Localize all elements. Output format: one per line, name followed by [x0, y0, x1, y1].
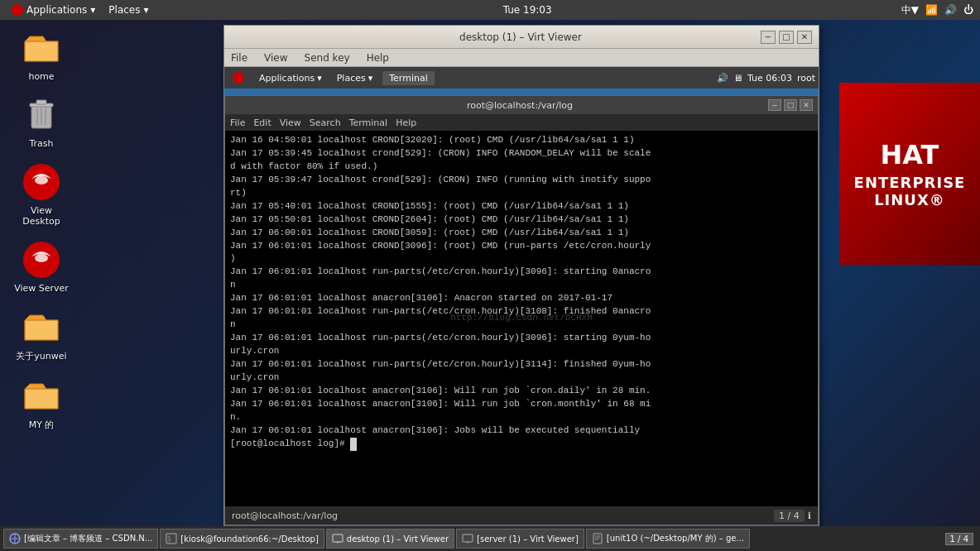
inner-places-btn[interactable]: Places ▾: [332, 71, 378, 85]
places-menu[interactable]: Places ▾: [103, 2, 153, 17]
term-line-10b: urly.cron: [230, 345, 813, 358]
term-line-7: Jan 17 06:01:01 localhost run-parts(/etc…: [230, 266, 813, 279]
desktop-icon-trash[interactable]: Trash: [8, 92, 74, 152]
vm-desktop-area: root@localhost:/var/log − □ ✕ File Edit …: [224, 89, 819, 550]
terminal-status-right: 1 / 4 ℹ: [774, 510, 811, 522]
desktop: Applications ▾ Places ▾ Tue 19:03 中▼ 📶 🔊…: [0, 0, 980, 551]
vm-content-area: Applications ▾ Places ▾ Terminal 🔊 🖥 Tue…: [224, 67, 819, 550]
terminal-maximize-btn[interactable]: □: [784, 99, 797, 111]
taskbar-item-server-label: [server (1) – Virt Viewer]: [477, 534, 579, 544]
virt-viewer-sendkey-menu[interactable]: Send key: [301, 50, 353, 65]
desktop-icons-container: home Trash: [8, 25, 74, 434]
svg-point-10: [35, 254, 48, 262]
term-line-6: Jan 17 06:01:01 localhost CROND[3096]: (…: [230, 240, 813, 253]
virt-viewer-maximize-btn[interactable]: □: [779, 31, 794, 44]
svg-rect-23: [593, 534, 602, 544]
terminal-content[interactable]: Jan 16 04:50:01 localhost CROND[32020]: …: [225, 131, 818, 506]
terminal-search-menu[interactable]: Search: [310, 117, 341, 128]
desktop-icon-view-desktop[interactable]: View Desktop: [8, 159, 74, 230]
applications-label: Applications: [26, 4, 87, 16]
svg-point-11: [233, 72, 244, 84]
taskbar-item-blog[interactable]: [编辑文章 – 博客频道 – CSDN.N...: [3, 529, 158, 549]
inner-taskbar-right: 🔊 🖥 Tue 06:03 root: [717, 73, 815, 84]
term-line-2: Jan 17 05:39:47 localhost crond[529]: (C…: [230, 174, 813, 187]
term-line-7b: n: [230, 279, 813, 292]
top-bar-datetime: Tue 19:03: [503, 4, 552, 16]
taskbar-item-virt-viewer[interactable]: desktop (1) – Virt Viewer: [326, 529, 454, 549]
rhel-linux-text: LINUX®: [874, 191, 945, 208]
taskbar-right: 1 / 4: [945, 533, 977, 545]
inner-applications-arrow: ▾: [317, 73, 322, 84]
terminal-help-menu[interactable]: Help: [396, 117, 416, 128]
taskbar-item-kiosk-label: [kiosk@foundation66:~/Desktop]: [180, 534, 319, 544]
svg-point-0: [13, 6, 22, 14]
terminal-file-menu[interactable]: File: [230, 117, 245, 128]
inner-terminal-tab[interactable]: Terminal: [382, 71, 435, 85]
desktop-icon-my[interactable]: MY 的: [8, 372, 74, 434]
terminal-icon: $: [166, 533, 177, 544]
svg-rect-17: [333, 534, 343, 542]
top-bar-right: 中▼ 📶 🔊 ⏻: [901, 3, 973, 17]
browser-icon: [9, 533, 21, 544]
about-yunwei-label: 关于yunwei: [16, 350, 66, 362]
places-label: Places: [108, 4, 140, 16]
virt-viewer-window: desktop (1) – Virt Viewer − □ ✕ File Vie…: [223, 25, 819, 551]
view-desktop-icon: [22, 162, 61, 202]
term-line-12: Jan 17 06:01:01 localhost anacron[3106]:…: [230, 385, 813, 398]
rhel-hat-text: HAT: [881, 139, 939, 170]
term-line-15: [root@localhost log]#: [230, 438, 813, 451]
taskbar-item-editor[interactable]: [unit1O (~/Desktop/MY 的) – ge...: [586, 529, 750, 549]
desktop-icon-home[interactable]: home: [8, 25, 74, 85]
editor-icon: [592, 533, 603, 544]
taskbar-item-editor-label: [unit1O (~/Desktop/MY 的) – ge...: [607, 533, 744, 544]
virt-viewer-title: desktop (1) – Virt Viewer: [281, 31, 761, 43]
virt-viewer-help-menu[interactable]: Help: [363, 50, 392, 65]
taskbar-item-blog-label: [编辑文章 – 博客频道 – CSDN.N...: [24, 533, 152, 544]
virt-viewer-view-menu[interactable]: View: [261, 50, 291, 65]
taskbar-item-kiosk[interactable]: $ [kiosk@foundation66:~/Desktop]: [160, 529, 324, 549]
rhel-branding: HAT ENTERPRISE LINUX®: [839, 83, 980, 265]
term-line-1: Jan 17 05:39:45 localhost crond[529]: (C…: [230, 147, 813, 161]
my-label: MY 的: [29, 419, 55, 431]
top-bar: Applications ▾ Places ▾ Tue 19:03 中▼ 📶 🔊…: [0, 0, 980, 20]
term-line-13b: n.: [230, 411, 813, 424]
inner-applications-label: Applications: [259, 73, 315, 84]
input-method[interactable]: 中▼: [901, 3, 919, 17]
terminal-close-btn[interactable]: ✕: [800, 99, 813, 111]
power-icon: ⏻: [963, 4, 973, 16]
inner-redhat-icon: [228, 70, 249, 85]
wifi-icon: 📶: [925, 4, 938, 16]
desktop-icon-about-yunwei[interactable]: 关于yunwei: [8, 304, 74, 366]
terminal-view-menu[interactable]: View: [280, 117, 301, 128]
svg-point-8: [35, 176, 48, 184]
terminal-window-controls: − □ ✕: [768, 99, 813, 111]
inner-vm-taskbar: Applications ▾ Places ▾ Terminal 🔊 🖥 Tue…: [224, 67, 819, 89]
terminal-minimize-btn[interactable]: −: [768, 99, 781, 111]
terminal-window: root@localhost:/var/log − □ ✕ File Edit …: [224, 95, 819, 525]
applications-menu[interactable]: Applications ▾: [7, 2, 100, 17]
terminal-edit-menu[interactable]: Edit: [253, 117, 271, 128]
inner-places-arrow: ▾: [368, 73, 373, 84]
trash-icon-label: Trash: [29, 138, 53, 149]
term-line-14: Jan 17 06:01:01 localhost anacron[3106]:…: [230, 424, 813, 438]
virt-viewer-file-menu[interactable]: File: [228, 50, 251, 65]
virt-viewer-titlebar: desktop (1) – Virt Viewer − □ ✕: [224, 26, 819, 49]
terminal-status-path: root@localhost:/var/log: [232, 510, 338, 521]
terminal-terminal-menu[interactable]: Terminal: [349, 117, 388, 128]
desktop-taskbar: [编辑文章 – 博客频道 – CSDN.N... $ [kiosk@founda…: [0, 526, 980, 551]
term-line-13: Jan 17 06:01:01 localhost anacron[3106]:…: [230, 398, 813, 411]
desktop-icon-view-server[interactable]: View Server: [8, 237, 74, 297]
virt-viewer-minimize-btn[interactable]: −: [761, 31, 776, 44]
inner-applications-btn[interactable]: Applications ▾: [254, 71, 327, 85]
home-folder-icon: [22, 28, 61, 68]
virt-viewer-window-controls: − □ ✕: [761, 31, 812, 44]
virt-viewer-close-btn[interactable]: ✕: [797, 31, 812, 44]
inner-username: root: [797, 73, 815, 84]
term-line-11b: urly.cron: [230, 371, 813, 385]
inner-places-label: Places: [337, 73, 366, 84]
places-arrow: ▾: [144, 4, 149, 16]
taskbar-item-server-virt[interactable]: [server (1) – Virt Viewer]: [456, 529, 584, 549]
term-line-3: Jan 17 05:40:01 localhost CROND[1555]: (…: [230, 200, 813, 213]
terminal-info-icon: ℹ: [808, 510, 811, 521]
about-yunwei-folder-icon: [22, 307, 61, 347]
